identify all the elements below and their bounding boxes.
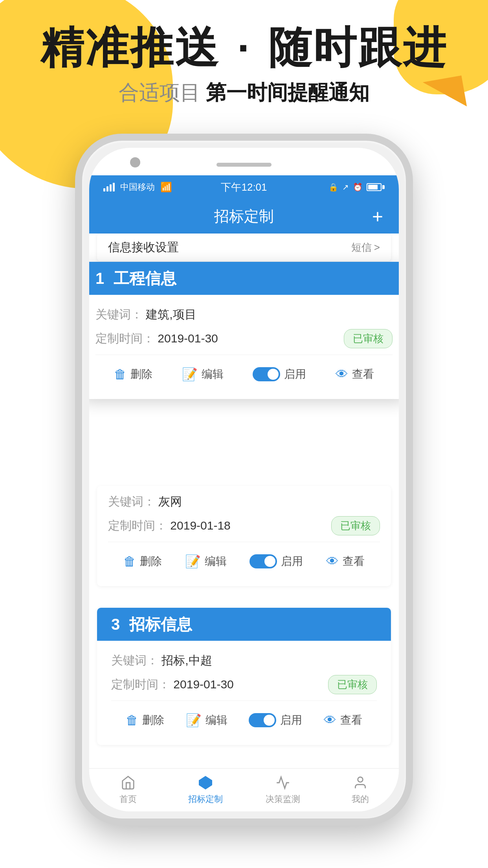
- card-1-title: 工程信息: [114, 268, 176, 289]
- nav-bar: 招标定制 +: [89, 199, 399, 234]
- card3-enable-label: 启用: [280, 713, 302, 728]
- wifi-icon: 📶: [160, 182, 172, 193]
- tab-mine[interactable]: 我的: [333, 775, 388, 805]
- card-1-keywords-label: 关键词：: [95, 308, 143, 321]
- info-receive-bar[interactable]: 信息接收设置 短信 >: [97, 234, 391, 261]
- card-1-keywords-value: 建筑,项目: [146, 308, 196, 321]
- tab-home[interactable]: 首页: [101, 775, 156, 805]
- card-1-edit-button[interactable]: 📝 编辑: [182, 367, 224, 382]
- card-2-actions: 🗑 删除 📝 编辑 启用: [108, 546, 380, 578]
- card-3-status-badge: 已审核: [328, 675, 377, 694]
- edit-icon: 📝: [182, 367, 198, 382]
- card3-view-icon: 👁: [324, 713, 336, 728]
- card3-edit-icon: 📝: [186, 713, 202, 728]
- card-2-view-button[interactable]: 👁 查看: [326, 554, 365, 569]
- card-1-number: 1: [95, 270, 104, 287]
- card-3-number: 3: [111, 616, 120, 633]
- chevron-right-icon: >: [374, 241, 380, 254]
- card-2-time-value: 2019-01-18: [170, 519, 230, 532]
- status-right: 🔒 ↗ ⏰: [328, 182, 385, 192]
- card-3-keywords-row: 关键词： 招标,中超: [111, 653, 377, 669]
- hero-section: 精准推送 · 随时跟进 合适项目 第一时间提醒通知: [0, 24, 488, 107]
- svg-marker-0: [199, 776, 212, 789]
- diamond-icon: [198, 775, 213, 790]
- user-icon: [353, 775, 368, 790]
- phone-speaker: [216, 163, 272, 167]
- card-3-time-value: 2019-01-30: [173, 678, 233, 691]
- card-3-time-label: 定制时间：: [111, 678, 170, 691]
- svg-point-1: [358, 777, 363, 782]
- alarm-icon: ⏰: [353, 182, 363, 192]
- hero-title: 精准推送 · 随时跟进: [0, 24, 488, 71]
- card-3-header: 3 招标信息: [97, 608, 391, 641]
- card-2-status-badge: 已审核: [331, 516, 380, 535]
- battery-icon: [367, 183, 385, 191]
- card-2-keywords-value: 灰网: [158, 495, 182, 508]
- card-3-title: 招标信息: [129, 614, 192, 635]
- card-3-actions: 🗑 删除 📝 编辑 启用: [111, 705, 377, 737]
- card-2: 关键词： 灰网 定制时间： 2019-01-18 已审核: [97, 486, 391, 586]
- card-3-delete-button[interactable]: 🗑 删除: [126, 713, 164, 728]
- hero-title-part2: 随时跟进: [268, 23, 448, 72]
- phone-frame: 中国移动 📶 下午12:01 🔒 ↗ ⏰: [75, 134, 413, 826]
- card2-delete-label: 删除: [140, 554, 162, 569]
- nav-title: 招标定制: [214, 206, 274, 226]
- info-bar-label: 信息接收设置: [108, 239, 179, 256]
- card-1-time-label: 定制时间：: [95, 332, 154, 345]
- view-icon: 👁: [336, 367, 348, 382]
- hero-title-part1: 精准推送: [40, 23, 220, 72]
- card-1-view-button[interactable]: 👁 查看: [336, 367, 374, 382]
- toggle-enable[interactable]: [253, 367, 280, 381]
- card-3: 3 招标信息 关键词： 招标,中超 定制时间：: [97, 608, 391, 745]
- card2-toggle-enable[interactable]: [250, 554, 277, 568]
- chart-icon: [275, 775, 290, 790]
- card2-enable-label: 启用: [281, 554, 303, 569]
- tab-home-label: 首页: [119, 793, 137, 805]
- card-2-wrapper: 关键词： 灰网 定制时间： 2019-01-18 已审核: [89, 486, 399, 586]
- card-2-enable-button[interactable]: 启用: [250, 554, 303, 569]
- info-bar-right: 短信 >: [351, 241, 380, 254]
- card-3-enable-button[interactable]: 启用: [249, 713, 302, 728]
- card-1-keywords-row: 关键词： 建筑,项目: [95, 307, 393, 323]
- card-1-time-value: 2019-01-30: [158, 332, 218, 345]
- card3-view-label: 查看: [340, 713, 362, 728]
- delete-label: 删除: [130, 367, 152, 382]
- tab-bidding[interactable]: 招标定制: [178, 775, 233, 805]
- card-1-time-row: 定制时间： 2019-01-30 已审核: [95, 329, 393, 348]
- hero-subtitle: 合适项目 第一时间提醒通知: [0, 79, 488, 107]
- card-2-body: 关键词： 灰网 定制时间： 2019-01-18 已审核: [97, 486, 391, 586]
- home-icon: [121, 775, 136, 790]
- hero-subtitle-plain: 合适项目: [119, 81, 200, 104]
- hero-dot: ·: [237, 23, 264, 72]
- card-1-enable-button[interactable]: 启用: [253, 367, 306, 382]
- sms-label: 短信: [351, 241, 372, 254]
- edit-label: 编辑: [202, 367, 224, 382]
- card-2-delete-button[interactable]: 🗑 删除: [123, 554, 162, 569]
- card3-toggle-enable[interactable]: [249, 713, 276, 727]
- card2-view-icon: 👁: [326, 554, 339, 569]
- carrier-label: 中国移动: [120, 181, 155, 193]
- phone-inner: 中国移动 📶 下午12:01 🔒 ↗ ⏰: [89, 148, 399, 811]
- tab-bar: 首页 招标定制 决策监测: [89, 768, 399, 811]
- card-3-body: 关键词： 招标,中超 定制时间： 2019-01-30 已审核: [97, 641, 391, 745]
- delete-icon: 🗑: [114, 367, 127, 382]
- enable-label: 启用: [284, 367, 306, 382]
- card-3-keywords-label: 关键词：: [111, 654, 158, 667]
- status-left: 中国移动 📶: [103, 181, 172, 193]
- card-2-keywords-label: 关键词：: [108, 495, 155, 508]
- tab-mine-label: 我的: [352, 793, 369, 805]
- tab-monitor[interactable]: 决策监测: [255, 775, 310, 805]
- card2-edit-label: 编辑: [205, 554, 227, 569]
- card2-delete-icon: 🗑: [123, 554, 136, 569]
- card-3-wrapper: 3 招标信息 关键词： 招标,中超 定制时间：: [89, 608, 399, 745]
- card-3-keywords-value: 招标,中超: [161, 654, 212, 667]
- card-3-edit-button[interactable]: 📝 编辑: [186, 713, 227, 728]
- status-bar: 中国移动 📶 下午12:01 🔒 ↗ ⏰: [89, 175, 399, 199]
- card-1-delete-button[interactable]: 🗑 删除: [114, 367, 152, 382]
- card-2-edit-button[interactable]: 📝 编辑: [185, 554, 227, 569]
- add-button[interactable]: +: [372, 206, 383, 227]
- card-3-view-button[interactable]: 👁 查看: [324, 713, 362, 728]
- tab-bidding-label: 招标定制: [188, 793, 223, 805]
- card-1: 1 工程信息 关键词： 建筑,项目 定制时间： 2019-01-30: [89, 262, 399, 399]
- card-2-divider: [108, 542, 380, 542]
